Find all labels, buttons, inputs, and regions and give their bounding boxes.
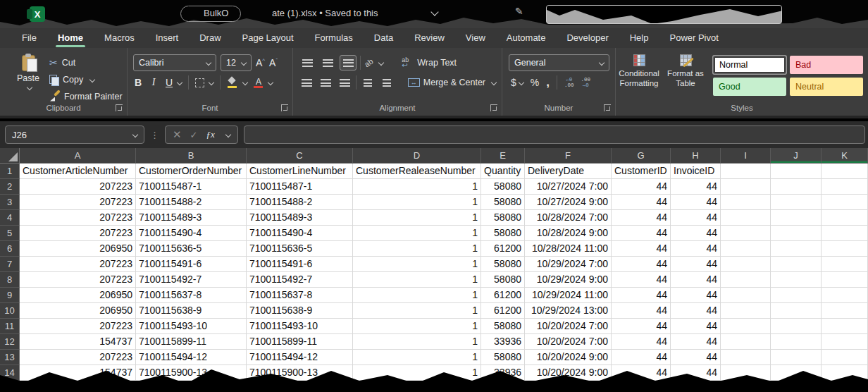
align-center-button[interactable] [318,75,333,90]
row-header-6[interactable]: 6 [0,241,20,257]
cell-D8[interactable]: 1 [353,272,481,288]
tab-power-pivot[interactable]: Power Pivot [660,29,727,47]
cell-A7[interactable]: 207223 [20,257,136,272]
formula-input[interactable] [244,125,865,144]
cell-H13[interactable]: 44 [671,350,721,365]
column-header-K[interactable]: K [822,148,868,164]
cell-F7[interactable]: 10/29/2024 7:00 [525,257,612,272]
cell-K4[interactable] [822,210,868,226]
tab-file[interactable]: File [13,29,46,47]
cell-I4[interactable] [721,210,771,226]
cell-G5[interactable]: 44 [612,226,671,241]
wrap-text-button[interactable]: Wrap Text [417,58,457,68]
cell-A11[interactable]: 207223 [20,319,136,334]
cell-I3[interactable] [721,195,771,210]
cell-I11[interactable] [721,319,771,334]
cell-E4[interactable]: 58080 [481,210,525,226]
cell-K12[interactable] [822,334,868,350]
borders-chevron-icon[interactable] [209,80,214,85]
cell-A6[interactable]: 206950 [20,241,136,257]
column-header-D[interactable]: D [353,148,481,164]
column-header-C[interactable]: C [247,148,353,164]
row-header-11[interactable]: 11 [0,319,20,334]
fx-chevron-icon[interactable] [225,132,231,137]
row-header-5[interactable]: 5 [0,226,20,241]
row-header-12[interactable]: 12 [0,334,20,350]
decrease-font-size-button[interactable]: Aˇ [269,57,278,68]
cell-B6[interactable]: 7100115636-5 [136,241,247,257]
cell-I12[interactable] [721,334,771,350]
cell-K11[interactable] [822,319,868,334]
cell-F9[interactable]: 10/29/2024 11:00 [525,288,612,303]
insert-function-icon[interactable]: ƒx [206,129,214,140]
name-box[interactable]: J26 [5,125,144,144]
tab-developer[interactable]: Developer [557,29,617,47]
cell-D10[interactable]: 1 [353,303,481,319]
row-header-13[interactable]: 13 [0,350,20,365]
tab-formulas[interactable]: Formulas [306,29,362,47]
comma-style-button[interactable]: , [546,75,550,90]
percent-button[interactable]: % [531,77,539,88]
cell-B12[interactable]: 7100115899-11 [136,334,247,350]
cell-D4[interactable]: 1 [353,210,481,226]
cell-H2[interactable]: 44 [671,179,721,195]
cell-J9[interactable] [771,288,822,303]
cell-E1[interactable]: Quantity [481,164,525,179]
tab-draw[interactable]: Draw [190,29,230,47]
italic-button[interactable]: I [149,77,158,88]
row-header-9[interactable]: 9 [0,288,20,303]
tab-data[interactable]: Data [365,29,402,47]
column-header-G[interactable]: G [612,148,671,164]
cell-B2[interactable]: 7100115487-1 [136,179,247,195]
cell-E3[interactable]: 58080 [481,195,525,210]
cell-D13[interactable]: 1 [353,350,481,365]
cell-A8[interactable]: 207223 [20,272,136,288]
cell-J5[interactable] [771,226,822,241]
cell-G13[interactable]: 44 [612,350,671,365]
cell-J13[interactable] [771,350,822,365]
paste-chevron-icon[interactable] [27,85,32,90]
cell-G6[interactable]: 44 [612,241,671,257]
cell-E10[interactable]: 61200 [481,303,525,319]
cell-K13[interactable] [822,350,868,365]
cell-B13[interactable]: 7100115494-12 [136,350,247,365]
row-header-4[interactable]: 4 [0,210,20,226]
style-bad[interactable]: Bad [790,56,863,74]
cell-G7[interactable]: 44 [612,257,671,272]
cell-F6[interactable]: 10/28/2024 11:00 [525,241,612,257]
style-good[interactable]: Good [713,78,786,96]
cell-J11[interactable] [771,319,822,334]
style-normal[interactable]: Normal [713,56,786,74]
row-header-1[interactable]: 1 [0,164,20,179]
cell-B8[interactable]: 7100115492-7 [136,272,247,288]
cell-E9[interactable]: 61200 [481,288,525,303]
cell-K10[interactable] [822,303,868,319]
style-neutral[interactable]: Neutral [790,78,863,96]
orientation-icon[interactable]: ab [363,57,375,69]
cell-D9[interactable]: 1 [353,288,481,303]
currency-chevron-icon[interactable] [519,80,524,85]
cell-B11[interactable]: 7100115493-10 [136,319,247,334]
row-header-7[interactable]: 7 [0,257,20,272]
tab-home[interactable]: Home [49,29,92,47]
align-left-button[interactable] [299,75,314,90]
cell-H4[interactable]: 44 [671,210,721,226]
cell-G12[interactable]: 44 [612,334,671,350]
cell-C11[interactable]: 7100115493-10 [247,319,353,334]
cell-D11[interactable]: 1 [353,319,481,334]
cell-D12[interactable]: 1 [353,334,481,350]
cell-A9[interactable]: 206950 [20,288,136,303]
enter-icon[interactable]: ✓ [190,130,198,140]
cell-C6[interactable]: 7100115636-5 [247,241,353,257]
cell-I2[interactable] [721,179,771,195]
cell-J1[interactable] [771,164,822,179]
excel-app-icon[interactable]: X [30,6,45,22]
cell-H11[interactable]: 44 [671,319,721,334]
cell-J4[interactable] [771,210,822,226]
cell-G3[interactable]: 44 [612,195,671,210]
cell-I7[interactable] [721,257,771,272]
chevron-down-icon[interactable] [430,8,438,16]
decrease-indent-button[interactable] [360,75,376,90]
cell-G4[interactable]: 44 [612,210,671,226]
cell-J6[interactable] [771,241,822,257]
